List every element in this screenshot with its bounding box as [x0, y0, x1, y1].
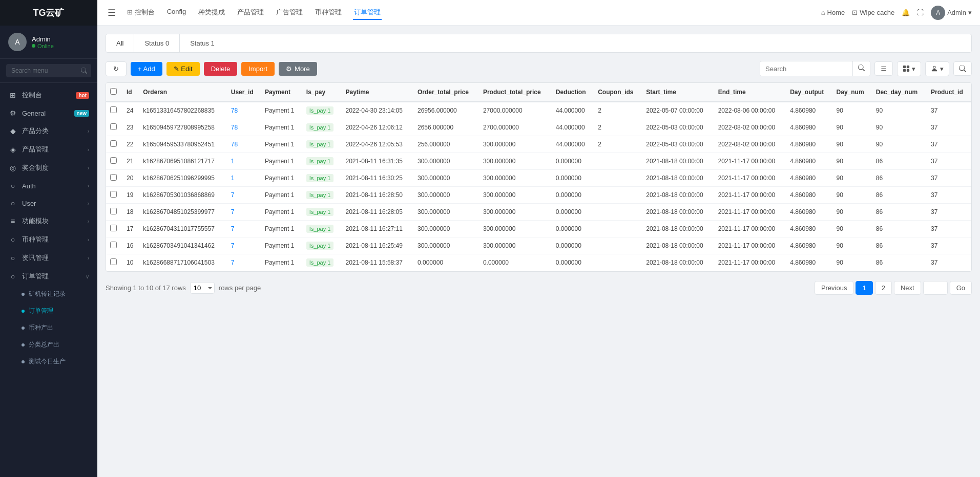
product-category-icon: ◆	[8, 127, 17, 135]
sidebar-subitem-category-output[interactable]: 分类总产出	[0, 336, 97, 353]
is-pay-badge: Is_pay 1	[306, 140, 334, 148]
sidebar-item-user[interactable]: ○ User ›	[0, 194, 97, 212]
currency-icon: ○	[8, 235, 17, 244]
cell-day-output: 4.860980	[786, 254, 832, 271]
user-manage-button[interactable]: ▾	[925, 61, 949, 76]
previous-page-button[interactable]: Previous	[815, 281, 854, 295]
topnav-home-link[interactable]: ⌂ Home	[821, 9, 845, 16]
next-page-button[interactable]: Next	[894, 281, 921, 295]
col-deduction: Deduction	[552, 83, 594, 102]
sidebar-item-order-parent[interactable]: ○ 订单管理 ∨	[0, 267, 97, 286]
search-menu-input[interactable]	[6, 64, 91, 77]
tab-status0[interactable]: Status 0	[134, 34, 180, 52]
page-1-button[interactable]: 1	[856, 281, 872, 295]
topnav-wipe-cache-button[interactable]: ⊡ Wipe cache	[852, 9, 894, 16]
sidebar-subitem-coin-output[interactable]: 币种产出	[0, 319, 97, 336]
view-grid-button[interactable]: ▾	[897, 61, 921, 76]
cell-order-total: 26956.000000	[413, 102, 479, 119]
user-id-link[interactable]: 1	[231, 175, 235, 182]
row-checkbox	[106, 204, 122, 221]
topnav-link-order[interactable]: 订单管理	[353, 6, 382, 20]
user-id-link[interactable]: 7	[231, 225, 235, 232]
topnav-link-config[interactable]: Config	[166, 6, 187, 20]
user-id-link[interactable]: 7	[231, 259, 235, 266]
col-end-time: End_time	[714, 83, 786, 102]
sidebar-item-reward[interactable]: ◎ 奖金制度 ›	[0, 159, 97, 177]
import-button[interactable]: Import	[241, 62, 275, 76]
user-id-link[interactable]: 7	[231, 242, 235, 249]
tab-status1[interactable]: Status 1	[180, 34, 225, 52]
cell-end-time: 2021-11-17 00:00:00	[714, 187, 786, 204]
row-select-checkbox[interactable]	[110, 242, 117, 248]
tab-all[interactable]: All	[106, 34, 134, 52]
user-id-link[interactable]: 78	[231, 124, 238, 131]
cell-payment: Payment 1	[261, 221, 302, 237]
cell-product-id: 37	[927, 119, 971, 136]
topnav-notification-button[interactable]: 🔔	[902, 9, 910, 16]
search-submit-button[interactable]	[852, 61, 870, 76]
sidebar-item-auth[interactable]: ○ Auth ›	[0, 177, 97, 194]
cell-coupon-ids	[594, 254, 642, 271]
more-button[interactable]: ⚙ More	[279, 62, 317, 76]
cell-dec-day-num: 86	[872, 221, 927, 237]
per-page-select[interactable]: 10 25 50 100	[190, 282, 215, 294]
cell-paytime: 2021-08-11 16:27:11	[342, 221, 413, 237]
sidebar-item-info[interactable]: ○ 资讯管理 ›	[0, 249, 97, 267]
table-row: 21 k16286706951086121717 1 Payment 1 Is_…	[106, 153, 971, 170]
row-select-checkbox[interactable]	[110, 106, 117, 113]
edit-button[interactable]: ✎ Edit	[166, 62, 200, 76]
row-select-checkbox[interactable]	[110, 140, 117, 147]
user-id-link[interactable]: 7	[231, 208, 235, 215]
search-full-icon	[959, 65, 966, 72]
row-select-checkbox[interactable]	[110, 258, 117, 265]
select-all-checkbox[interactable]	[110, 88, 117, 95]
cell-dec-day-num: 90	[872, 136, 927, 153]
user-id-link[interactable]: 78	[231, 141, 238, 148]
sidebar-item-function-module[interactable]: ≡ 功能模块 ›	[0, 212, 97, 230]
sidebar-item-product-category[interactable]: ◆ 产品分类 ›	[0, 122, 97, 140]
topnav-fullscreen-button[interactable]: ⛶	[917, 9, 924, 16]
sidebar-item-product-manage[interactable]: ◈ 产品管理 ›	[0, 140, 97, 159]
full-search-button[interactable]	[953, 61, 972, 76]
row-select-checkbox[interactable]	[110, 225, 117, 231]
row-select-checkbox[interactable]	[110, 191, 117, 198]
row-select-checkbox[interactable]	[110, 174, 117, 181]
menu-toggle-button[interactable]: ☰	[106, 5, 118, 20]
cell-product-total: 300.000000	[479, 153, 552, 170]
cell-coupon-ids	[594, 221, 642, 237]
page-go-button[interactable]: Go	[950, 281, 972, 295]
table-scroll[interactable]: Id Ordersn User_id Payment Is_pay Paytim…	[106, 83, 971, 271]
sidebar-item-dashboard[interactable]: ⊞ 控制台 hot	[0, 86, 97, 104]
sidebar-subitem-miner-transfer[interactable]: 矿机转让记录	[0, 286, 97, 302]
cell-product-total: 300.000000	[479, 237, 552, 254]
search-input[interactable]	[760, 62, 852, 76]
delete-button[interactable]: Delete	[204, 62, 238, 76]
user-id-link[interactable]: 1	[231, 158, 235, 165]
row-select-checkbox[interactable]	[110, 208, 117, 214]
chevron-right-icon: ›	[88, 255, 89, 261]
user-id-link[interactable]: 7	[231, 191, 235, 199]
row-select-checkbox[interactable]	[110, 157, 117, 164]
sidebar-item-currency[interactable]: ○ 币种管理 ›	[0, 230, 97, 249]
sidebar-item-general[interactable]: ⚙ General new	[0, 104, 97, 122]
cell-start-time: 2022-05-03 00:00:00	[642, 119, 714, 136]
view-list-button[interactable]	[874, 61, 893, 76]
sidebar-subitem-order-manage[interactable]: 订单管理	[0, 302, 97, 319]
col-product-id: Product_id	[927, 83, 971, 102]
page-go-input[interactable]	[923, 281, 948, 295]
add-button[interactable]: + Add	[131, 62, 162, 76]
cell-dec-day-num: 90	[872, 102, 927, 119]
page-2-button[interactable]: 2	[875, 281, 892, 295]
sidebar-subitem-test-today[interactable]: 测试今日生产	[0, 353, 97, 370]
row-select-checkbox[interactable]	[110, 123, 117, 130]
topnav-link-dashboard[interactable]: ⊞ 控制台	[126, 6, 156, 20]
topnav-link-species[interactable]: 种类提成	[197, 6, 226, 20]
topnav-user-menu[interactable]: A Admin ▾	[931, 6, 972, 20]
cell-id: 16	[122, 237, 139, 254]
topnav-link-currency[interactable]: 币种管理	[314, 6, 343, 20]
topnav-link-product[interactable]: 产品管理	[236, 6, 265, 20]
user-id-link[interactable]: 78	[231, 107, 238, 114]
refresh-button[interactable]: ↻	[106, 61, 127, 76]
topnav-link-ad[interactable]: 广告管理	[275, 6, 304, 20]
sidebar-item-label: General	[22, 110, 74, 117]
